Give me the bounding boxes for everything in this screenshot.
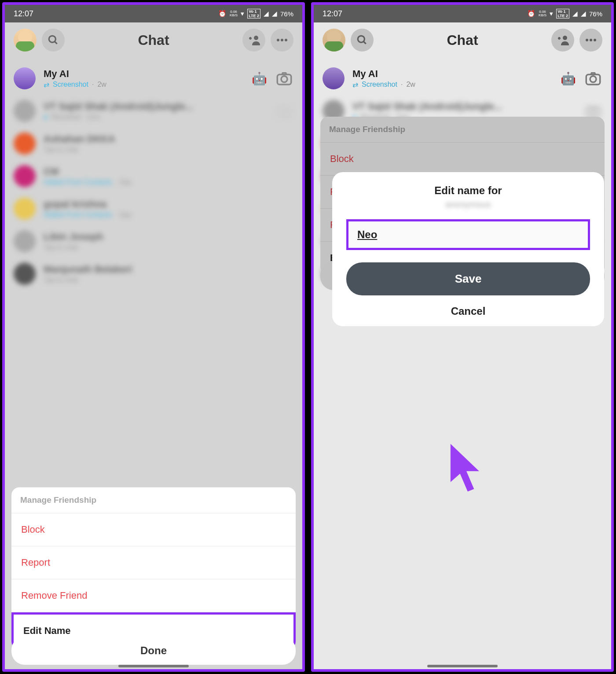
save-button[interactable]: Save xyxy=(346,262,590,295)
status-time: 12:07 xyxy=(323,9,342,18)
chat-item-blurred[interactable]: Libin JosephTap to chat xyxy=(5,225,302,258)
report-button[interactable]: Report xyxy=(11,546,296,579)
chat-item-myai[interactable]: My AI ⇄Screenshot·2w 🤖 xyxy=(314,62,611,95)
svg-line-1 xyxy=(55,41,57,44)
svg-point-12 xyxy=(358,36,364,42)
chat-item-myai[interactable]: My AI ⇄ Screenshot · 2w 🤖 xyxy=(5,62,302,95)
svg-point-6 xyxy=(281,39,283,41)
signal-icon-2: ◢ xyxy=(581,10,586,18)
svg-point-11 xyxy=(281,109,287,115)
chat-item-blurred[interactable]: gopal krishnaAdded From Contacts· Say xyxy=(5,192,302,225)
modal-title: Edit name for xyxy=(346,184,590,197)
more-button[interactable] xyxy=(579,29,602,52)
robot-icon: 🤖 xyxy=(252,71,267,86)
signal-icon-1: ◢ xyxy=(264,10,269,18)
svg-point-16 xyxy=(563,36,567,40)
done-button[interactable]: Done xyxy=(11,637,296,665)
camera-icon[interactable] xyxy=(275,69,293,88)
screenshot-icon: ⇄ xyxy=(44,81,49,89)
svg-point-23 xyxy=(590,109,596,115)
block-button[interactable]: Block xyxy=(320,143,605,176)
chat-item-blurred[interactable]: VT Sajid Shak (Android)Jungle...●Receive… xyxy=(5,95,302,127)
chat-header: Chat xyxy=(5,22,302,58)
svg-point-5 xyxy=(277,39,279,41)
svg-point-9 xyxy=(281,76,287,82)
svg-point-19 xyxy=(594,39,596,41)
name-input[interactable]: Neo xyxy=(346,219,590,250)
svg-point-7 xyxy=(285,39,287,41)
phone-screen-right: 12:07 ⏰ 0.06KB/S ▾ Vo 1LTE 2 ◢ ◢ 76% Cha… xyxy=(311,2,614,672)
status-time: 12:07 xyxy=(14,9,33,18)
remove-friend-button[interactable]: Remove Friend xyxy=(11,579,296,612)
cursor-arrow-icon xyxy=(447,441,486,498)
profile-avatar[interactable] xyxy=(14,29,37,52)
signal-icon-2: ◢ xyxy=(272,10,277,18)
svg-point-18 xyxy=(590,39,592,41)
block-button[interactable]: Block xyxy=(11,513,296,546)
avatar-myai xyxy=(14,67,36,89)
chat-item-blurred[interactable]: Manjunath BelakeriTap to chat xyxy=(5,258,302,290)
chat-item-blurred[interactable]: CMAdded From Contacts· Say xyxy=(5,160,302,192)
phone-screen-left: 12:07 ⏰ 0.06KB/S ▾ Vo 1LTE 2 ◢ ◢ 76% Cha… xyxy=(2,2,305,672)
svg-line-13 xyxy=(363,41,366,44)
modal-subtitle: anonymous xyxy=(346,199,590,210)
svg-point-21 xyxy=(590,76,596,82)
page-title: Chat xyxy=(70,32,237,48)
nav-bar xyxy=(427,665,498,667)
search-button[interactable] xyxy=(42,29,65,52)
chat-name: My AI xyxy=(44,68,244,80)
search-button[interactable] xyxy=(351,29,374,52)
svg-point-0 xyxy=(49,36,55,42)
edit-name-modal: Edit name for anonymous Neo Save Cancel xyxy=(332,172,604,326)
manage-friendship-sheet: Manage Friendship Block Report Remove Fr… xyxy=(11,487,296,649)
status-bar: 12:07 ⏰ 0.06KB/S ▾ Vo 1LTE 2 ◢ ◢ 76% xyxy=(5,5,302,22)
nav-bar xyxy=(118,665,189,667)
signal-icon-1: ◢ xyxy=(572,10,578,18)
add-friend-button[interactable] xyxy=(551,29,574,52)
net-speed: 0.06KB/S xyxy=(230,10,238,17)
status-bar: 12:07 ⏰ 0.06KB/S ▾ Vo 1LTE 2 ◢ ◢ 76% xyxy=(314,5,611,22)
add-friend-button[interactable] xyxy=(242,29,265,52)
alarm-icon: ⏰ xyxy=(218,10,227,18)
alarm-icon: ⏰ xyxy=(527,10,535,18)
svg-point-17 xyxy=(586,39,588,41)
wifi-icon: ▾ xyxy=(550,10,553,18)
chat-item-blurred[interactable]: Ashahan DKKATap to chat xyxy=(5,127,302,160)
sheet-title: Manage Friendship xyxy=(11,487,296,513)
cancel-button[interactable]: Cancel xyxy=(346,305,590,317)
more-button[interactable] xyxy=(271,29,293,52)
wifi-icon: ▾ xyxy=(241,10,244,18)
lte-badge: Vo 1LTE 2 xyxy=(247,9,260,18)
battery-percent: 76% xyxy=(280,10,293,18)
profile-avatar[interactable] xyxy=(323,29,345,52)
svg-point-4 xyxy=(254,36,258,40)
